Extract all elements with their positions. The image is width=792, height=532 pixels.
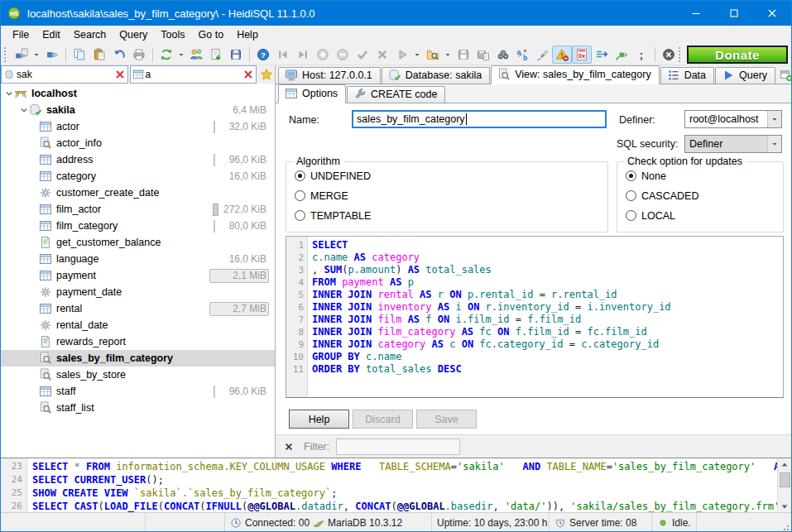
tree-item-staff[interactable]: staff96,0 KiB <box>1 383 275 400</box>
cancel-query-button[interactable] <box>659 46 679 64</box>
scroll-up-button[interactable] <box>778 458 792 471</box>
database-filter-input[interactable]: sak <box>1 65 128 84</box>
dropdown-arrow-button[interactable] <box>31 46 42 64</box>
view-name-input[interactable]: sales_by_film_category <box>352 110 607 128</box>
find-button[interactable] <box>493 46 513 64</box>
user-manager-button[interactable] <box>186 46 206 64</box>
favorites-button[interactable] <box>258 65 275 84</box>
radio-button[interactable] <box>295 170 305 181</box>
tree-item-sales_by_film_category[interactable]: sales_by_film_category <box>1 350 275 367</box>
table-filter-input[interactable]: a <box>130 65 257 84</box>
menu-edit[interactable]: Edit <box>36 27 67 42</box>
radio-check-option-cascaded[interactable]: CASCADED <box>626 189 783 202</box>
resize-grip[interactable] <box>781 523 790 531</box>
tree-item-language[interactable]: language16,0 KiB <box>1 251 275 267</box>
clear-table-filter-icon[interactable] <box>242 69 254 80</box>
radio-button[interactable] <box>626 170 636 181</box>
scrollbar-thumb[interactable] <box>780 472 790 487</box>
sql-security-dropdown-arrow[interactable] <box>767 136 781 152</box>
disconnect-button[interactable] <box>42 46 62 64</box>
tree-item-sakila[interactable]: sakila6,4 MiB <box>1 102 275 118</box>
save-snippet-button[interactable] <box>226 46 246 64</box>
tree-item-payment[interactable]: payment2,1 MiB <box>1 267 275 284</box>
tab-data[interactable]: Data <box>660 67 714 84</box>
delimiter-button[interactable]: ; <box>631 46 651 64</box>
log-scrollbar[interactable] <box>777 458 791 512</box>
tab-database-sakila[interactable]: Database: sakila <box>382 67 490 84</box>
dropdown-arrow-button[interactable] <box>412 46 423 64</box>
radio-algorithm-temptable[interactable]: TEMPTABLE <box>295 209 607 222</box>
view-select-statement-editor[interactable]: 1234567891011 SELECTc.name AS category, … <box>286 236 784 398</box>
tree-item-film_actor[interactable]: film_actor272,0 KiB <box>1 201 275 218</box>
menu-go-to[interactable]: Go to <box>192 27 231 42</box>
new-query-tab-button[interactable] <box>780 69 792 82</box>
tree-item-category[interactable]: category16,0 KiB <box>1 168 275 185</box>
donate-button[interactable]: Donate <box>687 46 788 64</box>
tree-item-rewards_report[interactable]: rewards_report <box>1 333 275 350</box>
copy-button[interactable] <box>70 46 89 64</box>
reconnect-button[interactable] <box>612 46 631 64</box>
apply-button[interactable] <box>353 46 372 64</box>
cancel-button[interactable] <box>372 46 392 64</box>
dropdown-arrow-button[interactable] <box>443 46 454 64</box>
menu-search[interactable]: Search <box>67 27 113 42</box>
close-filter-icon[interactable] <box>284 442 294 452</box>
minimize-button[interactable] <box>677 1 715 26</box>
tree-item-actor_info[interactable]: actor_info <box>1 135 275 151</box>
sql-log-panel[interactable]: 23242526 SELECT * FROM information_schem… <box>1 458 791 512</box>
menu-tools[interactable]: Tools <box>154 27 191 42</box>
definer-dropdown-arrow[interactable] <box>767 111 781 127</box>
tree-item-staff_list[interactable]: staff_list <box>1 400 275 416</box>
reformat-button[interactable] <box>532 46 552 64</box>
chevron-down-icon[interactable] <box>4 89 14 98</box>
tab-query[interactable]: Query <box>715 67 775 84</box>
tree-item-film_category[interactable]: film_category80,0 KiB <box>1 218 275 234</box>
help-button[interactable]: Help <box>289 410 349 429</box>
chevron-down-icon[interactable] <box>19 105 29 115</box>
blob-hex-button[interactable]: 0x <box>572 46 592 64</box>
insert-batch-button[interactable] <box>592 46 612 64</box>
paste-button[interactable] <box>89 46 109 64</box>
find-files-button[interactable] <box>423 46 443 64</box>
tree-item-actor[interactable]: actor32,0 KiB <box>1 118 275 135</box>
radio-algorithm-undefined[interactable]: UNDEFINED <box>295 170 607 182</box>
stop-on-errors-button[interactable] <box>552 46 572 64</box>
sql-security-select[interactable]: Definer <box>684 135 782 153</box>
radio-button[interactable] <box>295 210 305 221</box>
add-button[interactable] <box>313 46 333 64</box>
session-manager-button[interactable] <box>12 46 31 64</box>
undo-button[interactable] <box>109 46 129 64</box>
print-button[interactable] <box>129 46 149 64</box>
tree-item-payment_date[interactable]: payment_date <box>1 284 275 300</box>
subtab-create-code[interactable]: CREATE code <box>347 86 445 103</box>
tree-item-address[interactable]: address96,0 KiB <box>1 151 275 168</box>
run-button[interactable] <box>392 46 412 64</box>
subtab-options[interactable]: Options <box>278 84 346 103</box>
export-database-button[interactable] <box>206 46 226 64</box>
tree-item-localhost[interactable]: localhost <box>1 85 275 102</box>
save-as-button[interactable] <box>473 46 493 64</box>
tree-item-rental_date[interactable]: rental_date <box>1 317 275 333</box>
tab-view-sales-by-film-category[interactable]: View: sales_by_film_category <box>491 65 659 84</box>
radio-button[interactable] <box>626 210 636 221</box>
menu-query[interactable]: Query <box>113 27 154 42</box>
menu-file[interactable]: File <box>6 27 36 42</box>
tree-item-get_customer_balance[interactable]: get_customer_balance <box>1 234 275 251</box>
help-button[interactable]: ? <box>253 46 273 64</box>
save-button[interactable] <box>454 46 473 64</box>
radio-button[interactable] <box>626 190 636 201</box>
radio-check-option-none[interactable]: None <box>626 170 783 182</box>
tab-host-127-0-0-1[interactable]: Host: 127.0.0.1 <box>278 67 381 84</box>
refresh-button[interactable] <box>156 46 176 64</box>
maximize-button[interactable] <box>715 1 753 26</box>
nav-last-button[interactable] <box>293 46 313 64</box>
tree-item-rental[interactable]: rental2,7 MiB <box>1 300 275 317</box>
clear-database-filter-icon[interactable] <box>114 69 126 80</box>
close-button[interactable] <box>753 1 791 26</box>
nav-first-button[interactable] <box>273 46 293 64</box>
menu-help[interactable]: Help <box>230 27 265 42</box>
replace-button[interactable]: ab <box>512 46 532 64</box>
filter-input[interactable] <box>336 439 460 455</box>
radio-algorithm-merge[interactable]: MERGE <box>295 189 607 202</box>
tree-item-sales_by_store[interactable]: sales_by_store <box>1 367 275 383</box>
